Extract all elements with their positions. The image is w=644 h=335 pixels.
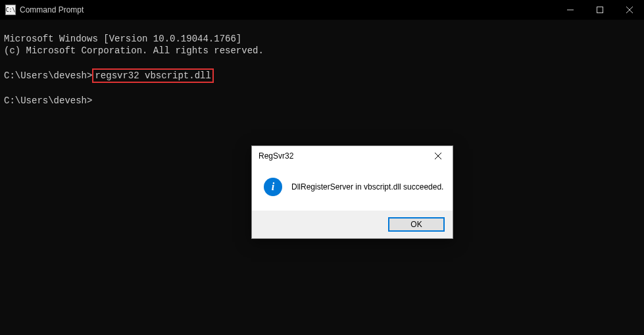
maximize-icon	[597, 7, 603, 13]
terminal-line: (c) Microsoft Corporation. All rights re…	[4, 45, 264, 56]
maximize-button[interactable]	[585, 0, 614, 20]
close-icon	[626, 7, 633, 13]
minimize-button[interactable]	[555, 0, 585, 20]
dialog-close-button[interactable]	[423, 146, 453, 166]
close-icon	[435, 153, 441, 159]
regsvr32-dialog: RegSvr32 i DllRegisterServer in vbscript…	[251, 145, 453, 239]
window-titlebar: C:\ Command Prompt	[0, 0, 644, 20]
dialog-title: RegSvr32	[259, 151, 423, 161]
app-icon: C:\	[5, 5, 16, 15]
command-highlight: regsvr32 vbscript.dll	[92, 68, 213, 83]
minimize-icon	[567, 7, 574, 13]
ok-button[interactable]: OK	[388, 217, 445, 232]
terminal-line: Microsoft Windows [Version 10.0.19044.17…	[4, 34, 241, 44]
dialog-footer: OK	[252, 211, 453, 238]
prompt-line: C:\Users\devesh>	[4, 95, 92, 106]
prompt-prefix: C:\Users\devesh>	[4, 70, 92, 81]
close-button[interactable]	[614, 0, 644, 20]
dialog-titlebar[interactable]: RegSvr32	[252, 146, 453, 166]
info-icon: i	[264, 178, 282, 196]
dialog-message: DllRegisterServer in vbscript.dll succee…	[291, 182, 443, 192]
svg-rect-1	[597, 7, 603, 13]
window-controls	[555, 0, 644, 20]
terminal-content[interactable]: Microsoft Windows [Version 10.0.19044.17…	[0, 20, 644, 108]
dialog-body: i DllRegisterServer in vbscript.dll succ…	[252, 166, 453, 211]
window-title: Command Prompt	[20, 5, 84, 14]
